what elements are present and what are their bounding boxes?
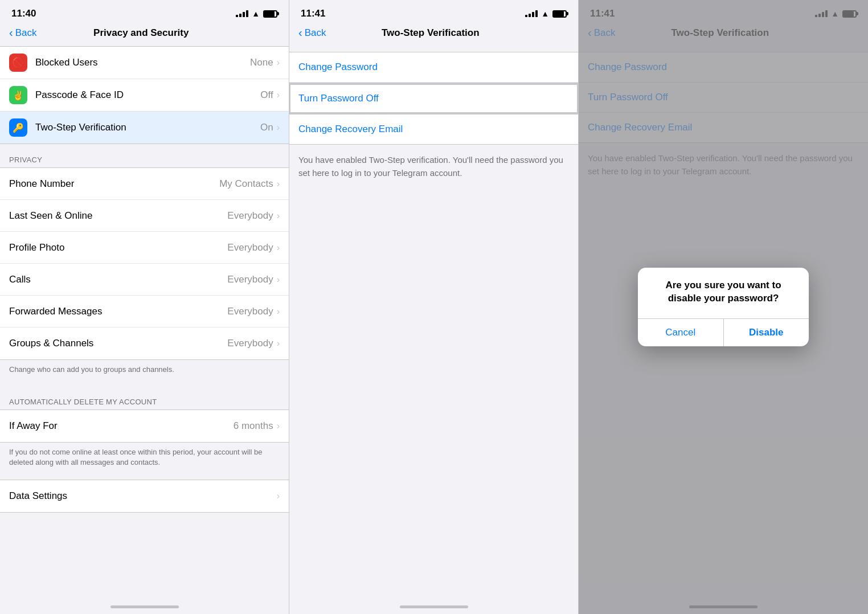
groups-channels-row[interactable]: Groups & Channels Everybody › xyxy=(0,328,289,359)
passcode-value: Off xyxy=(260,89,273,101)
phone-number-value: My Contacts xyxy=(219,178,273,190)
nav-bar-1: ‹ Back Privacy and Security xyxy=(0,24,289,46)
turn-password-off-label-mid: Turn Password Off xyxy=(298,93,379,104)
phone-number-label: Phone Number xyxy=(9,178,219,190)
alert-buttons: Cancel Disable xyxy=(638,318,809,346)
two-step-list: Change Password Turn Password Off Change… xyxy=(289,52,578,145)
if-away-for-value: 6 months xyxy=(234,420,273,432)
auto-delete-footer: If you do not come online at least once … xyxy=(0,443,289,479)
panel-privacy-security: 11:40 ▲ ‹ Back Privacy and Security 🚫 Bl… xyxy=(0,0,289,614)
status-time-1: 11:40 xyxy=(11,8,36,19)
two-step-label: Two-Step Verification xyxy=(35,122,260,133)
back-label-2: Back xyxy=(305,27,326,39)
privacy-section-footer: Change who can add you to groups and cha… xyxy=(0,360,289,386)
profile-photo-row[interactable]: Profile Photo Everybody › xyxy=(0,232,289,264)
last-seen-label: Last Seen & Online xyxy=(9,210,227,222)
blocked-users-label: Blocked Users xyxy=(35,57,250,68)
back-chevron-icon-1: ‹ xyxy=(9,26,13,39)
last-seen-value: Everybody xyxy=(227,210,273,222)
cancel-button[interactable]: Cancel xyxy=(638,319,723,346)
change-recovery-email-label-mid: Change Recovery Email xyxy=(298,124,403,135)
nav-bar-2: ‹ Back Two-Step Verification xyxy=(289,24,578,46)
privacy-section-header: PRIVACY xyxy=(0,144,289,167)
top-settings-section: 🚫 Blocked Users None › ✌️ Passcode & Fac… xyxy=(0,46,289,144)
profile-photo-label: Profile Photo xyxy=(9,242,227,253)
back-button-1[interactable]: ‹ Back xyxy=(9,26,36,39)
alert-overlay: Are you sure you want to disable your pa… xyxy=(579,0,868,614)
two-step-chevron: › xyxy=(277,122,280,133)
change-recovery-email-row-mid[interactable]: Change Recovery Email xyxy=(289,114,578,144)
description-text-mid: You have enabled Two-Step verification. … xyxy=(298,155,563,178)
data-settings-row[interactable]: Data Settings › xyxy=(0,480,289,512)
nav-title-2: Two-Step Verification xyxy=(326,27,535,39)
blocked-users-row[interactable]: 🚫 Blocked Users None › xyxy=(0,47,289,79)
passcode-icon: ✌️ xyxy=(9,86,27,104)
passcode-chevron: › xyxy=(277,90,280,100)
home-indicator-2 xyxy=(400,605,468,608)
alert-dialog: Are you sure you want to disable your pa… xyxy=(638,268,809,347)
if-away-for-row[interactable]: If Away For 6 months › xyxy=(0,410,289,442)
profile-photo-value: Everybody xyxy=(227,242,273,253)
wifi-icon: ▲ xyxy=(252,9,260,18)
forwarded-messages-value: Everybody xyxy=(227,306,273,317)
groups-channels-value: Everybody xyxy=(227,338,273,349)
signal-icon xyxy=(236,10,248,17)
calls-row[interactable]: Calls Everybody › xyxy=(0,264,289,296)
back-chevron-icon-2: ‹ xyxy=(298,26,302,39)
passcode-label: Passcode & Face ID xyxy=(35,89,260,101)
signal-icon-2 xyxy=(525,10,538,17)
status-time-2: 11:41 xyxy=(301,8,325,19)
alert-title: Are you sure you want to disable your pa… xyxy=(638,268,809,310)
forwarded-messages-row[interactable]: Forwarded Messages Everybody › xyxy=(0,296,289,328)
turn-password-off-row-mid[interactable]: Turn Password Off xyxy=(289,83,578,114)
auto-delete-header: AUTOMATICALLY DELETE MY ACCOUNT xyxy=(0,386,289,410)
groups-channels-label: Groups & Channels xyxy=(9,338,227,349)
if-away-for-label: If Away For xyxy=(9,420,234,432)
wifi-icon-2: ▲ xyxy=(541,9,549,18)
calls-value: Everybody xyxy=(227,274,273,285)
data-settings-section: Data Settings › xyxy=(0,480,289,513)
change-password-row-mid[interactable]: Change Password xyxy=(289,52,578,83)
battery-icon-2 xyxy=(552,10,567,18)
status-icons-2: ▲ xyxy=(525,9,567,18)
passcode-row[interactable]: ✌️ Passcode & Face ID Off › xyxy=(0,79,289,112)
forwarded-messages-label: Forwarded Messages xyxy=(9,306,227,317)
change-password-label-mid: Change Password xyxy=(298,62,378,73)
last-seen-row[interactable]: Last Seen & Online Everybody › xyxy=(0,200,289,232)
blocked-users-icon: 🚫 xyxy=(9,54,27,72)
auto-delete-section: If Away For 6 months › xyxy=(0,410,289,443)
two-step-icon: 🔑 xyxy=(9,118,27,137)
blocked-users-chevron: › xyxy=(277,58,280,68)
battery-icon xyxy=(263,10,277,18)
home-indicator-1 xyxy=(110,605,179,608)
data-settings-label: Data Settings xyxy=(9,490,277,502)
nav-title-1: Privacy and Security xyxy=(36,27,245,39)
panel-two-step-alert: 11:41 ▲ ‹ Back Two-Step Verificatio xyxy=(579,0,868,614)
status-icons-1: ▲ xyxy=(236,9,277,18)
calls-label: Calls xyxy=(9,274,227,285)
two-step-value: On xyxy=(260,122,273,133)
blocked-users-value: None xyxy=(250,57,273,68)
panel-two-step-mid: 11:41 ▲ ‹ Back Two-Step Verification Cha… xyxy=(289,0,579,614)
privacy-section: Phone Number My Contacts › Last Seen & O… xyxy=(0,167,289,360)
back-label-1: Back xyxy=(15,27,37,39)
two-step-row[interactable]: 🔑 Two-Step Verification On › xyxy=(0,112,289,144)
status-bar-1: 11:40 ▲ xyxy=(0,0,289,24)
disable-button[interactable]: Disable xyxy=(723,319,809,346)
two-step-description-mid: You have enabled Two-Step verification. … xyxy=(289,145,578,189)
back-button-2[interactable]: ‹ Back xyxy=(298,26,326,39)
phone-number-row[interactable]: Phone Number My Contacts › xyxy=(0,168,289,200)
status-bar-2: 11:41 ▲ xyxy=(289,0,578,24)
